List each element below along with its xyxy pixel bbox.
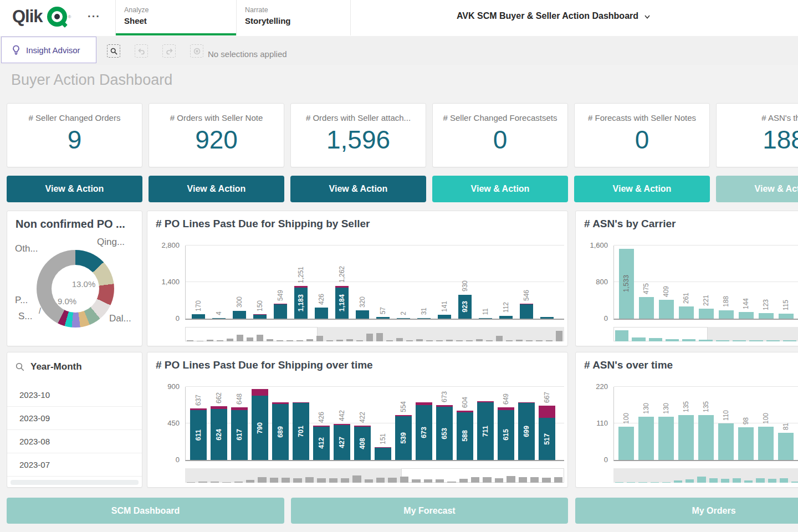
bar[interactable]: 115 <box>776 245 796 319</box>
bar-chart-asn-over-time[interactable]: 01102201001301301351351109810081 <box>582 382 798 483</box>
bar[interactable]: 604588 <box>454 387 475 460</box>
kpi-card-forecasts-with-seller-notes[interactable]: # Forecasts with Seller Notes 0 <box>574 103 710 167</box>
bar[interactable]: 662624 <box>208 387 229 460</box>
bar[interactable]: 1,2621,184 <box>331 245 352 319</box>
view-action-button-3[interactable]: View & Action <box>290 176 426 202</box>
bar[interactable]: 549 <box>270 245 290 319</box>
more-menu-button[interactable]: ··· <box>88 10 100 23</box>
view-action-button-5[interactable]: View & Action <box>574 176 710 202</box>
bar[interactable]: 701 <box>290 387 311 460</box>
bar[interactable]: 81 <box>776 387 796 460</box>
bar[interactable]: 130 <box>656 387 676 460</box>
bar-total-label: 112 <box>502 302 510 313</box>
bar[interactable]: 637611 <box>188 387 208 460</box>
filter-item-2023-09[interactable]: 2023-09 <box>7 407 142 430</box>
filter-header[interactable]: Year-Month <box>15 361 82 372</box>
bar[interactable]: 170 <box>188 245 208 319</box>
chart-scrollbar[interactable] <box>185 327 564 341</box>
bar[interactable]: 475 <box>636 245 656 319</box>
bar[interactable]: 554539 <box>393 387 413 460</box>
bar[interactable]: 57 <box>372 245 393 319</box>
bar[interactable]: 2 <box>393 245 413 319</box>
bar[interactable]: 188 <box>716 245 736 319</box>
bar[interactable]: 151 <box>372 387 393 460</box>
bar[interactable]: 141 <box>434 245 454 319</box>
bar[interactable]: 300 <box>229 245 249 319</box>
bar[interactable]: 123 <box>756 245 776 319</box>
selection-search-button[interactable] <box>107 44 120 58</box>
bar[interactable]: 130 <box>636 387 656 460</box>
bar[interactable]: 422408 <box>352 387 372 460</box>
bar[interactable]: 442427 <box>331 387 352 460</box>
year-month-filter-card: Year-Month 2023-10 2023-09 2023-08 2023-… <box>7 352 142 488</box>
bar[interactable] <box>536 245 557 319</box>
bar[interactable]: 689 <box>270 387 290 460</box>
view-action-button-1[interactable]: View & Action <box>7 176 142 202</box>
view-action-button-2[interactable]: View & Action <box>149 176 284 202</box>
bar[interactable]: 320 <box>352 245 372 319</box>
chart-scrollbar[interactable] <box>185 468 564 483</box>
bar[interactable]: 409 <box>656 245 676 319</box>
bar[interactable]: 135 <box>676 387 696 460</box>
view-action-button-4[interactable]: View & Action <box>432 176 568 202</box>
bar[interactable]: 135 <box>696 387 716 460</box>
filter-item-2023-07[interactable]: 2023-07 <box>7 453 142 477</box>
tab-narrate-storytelling[interactable]: Narrate Storytelling <box>236 0 350 35</box>
bar[interactable]: 546 <box>516 245 536 319</box>
bar[interactable]: 100 <box>616 387 636 460</box>
filter-scrollbar[interactable] <box>11 480 139 485</box>
bar[interactable]: 699 <box>516 387 536 460</box>
app-title-dropdown[interactable]: AVK SCM Buyer & Seller Action Dashboard <box>432 11 676 21</box>
bar[interactable]: 112 <box>495 245 516 319</box>
bar[interactable]: 221 <box>696 245 716 319</box>
bar[interactable]: 673653 <box>434 387 454 460</box>
bar[interactable]: 649615 <box>495 387 516 460</box>
bar[interactable] <box>796 387 798 460</box>
bar[interactable]: 4 <box>208 245 229 319</box>
kpi-card-asns-this-period[interactable]: # ASN's this 188 <box>716 103 798 167</box>
filter-item-2023-08[interactable]: 2023-08 <box>7 430 142 453</box>
redo-selection-button[interactable] <box>162 44 176 58</box>
bar-value-label: 624 <box>215 429 223 441</box>
bar[interactable]: 144 <box>736 245 756 319</box>
kpi-card-orders-with-seller-note[interactable]: # Orders with Seller Note 920 <box>149 103 284 167</box>
my-forecast-button[interactable]: My Forecast <box>291 498 568 524</box>
view-action-button-6[interactable]: View & Action <box>716 176 798 202</box>
bar[interactable]: 711 <box>475 387 495 460</box>
bar[interactable]: 930923 <box>454 245 475 319</box>
kpi-card-seller-changed-forecastsets[interactable]: # Seller Changed Forecastsets 0 <box>432 103 568 167</box>
bar[interactable]: 667517 <box>536 387 557 460</box>
bar-total-label: 31 <box>420 308 428 315</box>
undo-selection-button[interactable] <box>135 44 148 58</box>
bar[interactable]: 100 <box>756 387 776 460</box>
bar[interactable]: 426412 <box>311 387 331 460</box>
scm-dashboard-button[interactable]: SCM Dashboard <box>7 498 284 524</box>
bar-value-label: 689 <box>277 426 284 438</box>
bar[interactable]: 150 <box>249 245 270 319</box>
bar[interactable]: 648617 <box>229 387 249 460</box>
bar[interactable]: 1,2511,183 <box>290 245 311 319</box>
bar[interactable]: 673 <box>413 387 434 460</box>
chart-scrollbar[interactable] <box>613 468 798 483</box>
bar-chart-po-over-time[interactable]: 0450900637611662624648617790689701426412… <box>154 382 564 483</box>
bar[interactable]: 261 <box>676 245 696 319</box>
chart-scrollbar[interactable] <box>613 327 798 341</box>
bar[interactable]: 98 <box>736 387 756 460</box>
bar[interactable]: 790 <box>249 387 270 460</box>
bar[interactable]: 11 <box>475 245 495 319</box>
kpi-card-orders-with-seller-attachment[interactable]: # Orders with Seller attach... 1,596 <box>290 103 426 167</box>
clear-selections-button[interactable] <box>190 44 203 58</box>
bar-chart-po-by-seller[interactable]: 01,4002,80017043001505491,2511,1834261,2… <box>154 241 564 341</box>
tab-analyze-sheet[interactable]: Analyze Sheet <box>115 0 236 35</box>
my-orders-button[interactable]: My Orders <box>575 498 798 524</box>
bar[interactable]: 426 <box>311 245 331 319</box>
bar[interactable]: 31 <box>413 245 434 319</box>
kpi-label: # Forecasts with Seller Notes <box>575 113 709 122</box>
bar-chart-asn-by-carrier[interactable]: 08001,6001,53347540926122118814412311510… <box>582 241 798 341</box>
insight-advisor-button[interactable]: Insight Advisor <box>1 37 96 63</box>
kpi-card-seller-changed-orders[interactable]: # Seller Changed Orders 9 <box>7 103 142 167</box>
filter-item-2023-10[interactable]: 2023-10 <box>7 383 142 407</box>
bar[interactable]: 100 <box>796 245 798 319</box>
bar[interactable]: 110 <box>716 387 736 460</box>
bar[interactable]: 1,533 <box>616 245 636 319</box>
